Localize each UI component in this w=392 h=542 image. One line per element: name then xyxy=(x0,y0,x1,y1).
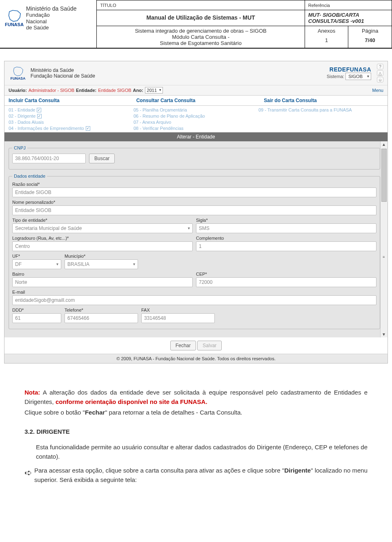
step-08[interactable]: 08 - Verificar Pendências xyxy=(134,126,258,131)
fechar-button[interactable]: Fechar xyxy=(170,341,196,350)
usuario-value: Administrador - SIGOB xyxy=(29,88,74,93)
logo-fund-2: Nacional xyxy=(26,18,77,25)
pagina-label: Página xyxy=(352,28,388,34)
sigla-label: Sigla* xyxy=(196,218,376,223)
logo-fund-1: Fundação xyxy=(26,12,77,18)
check-icon: ✓ xyxy=(37,114,42,118)
logo-ministerio: Ministério da Saúde xyxy=(26,5,77,12)
app-brand-fund: Fundação Nacional de Saúde xyxy=(31,73,95,79)
ano-select[interactable]: 2011 xyxy=(145,87,163,94)
check-icon: ✓ xyxy=(37,108,41,112)
form-scrollbar[interactable]: ▲ ≡ ▼ xyxy=(380,141,388,337)
bairro-input[interactable]: Norte xyxy=(12,277,193,287)
nota-text-3: " para retornar a tela de detalhes - Car… xyxy=(105,409,242,416)
app-window: FUNASA Ministério da Saúde Fundação Naci… xyxy=(4,61,388,364)
logradouro-input[interactable]: Centro xyxy=(12,241,193,251)
anexos-label: Anexos xyxy=(308,28,345,34)
menu-link[interactable]: Menu xyxy=(372,88,383,93)
fax-label: FAX xyxy=(141,308,215,312)
complemento-label: Complemento xyxy=(196,236,376,241)
cnpj-input[interactable]: 38.860.764/0001-20 xyxy=(12,154,86,163)
section-bar: Alterar - Entidade xyxy=(4,132,388,141)
razao-input[interactable]: Entidade SIGOB xyxy=(12,187,376,197)
user-bar: Usuário: Administrador - SIGOB Entidade:… xyxy=(4,85,388,95)
step-05[interactable]: 05 - Planilha Orçamentária xyxy=(134,107,258,112)
section-number: 3.2. DIRIGENTE xyxy=(24,427,368,437)
form-buttons: Fechar Salvar xyxy=(4,337,388,354)
logo-cell: FUNASA Ministério da Saúde Fundação Naci… xyxy=(0,0,97,49)
fax-input[interactable]: 33146548 xyxy=(141,313,215,323)
legend-dados: Dados entidade xyxy=(12,174,47,178)
complemento-input[interactable]: 1 xyxy=(196,241,376,251)
sistema-label: Sistema: xyxy=(327,74,344,79)
step-09[interactable]: 09 - Transmitir Carta Consulta para a FU… xyxy=(258,107,383,112)
razao-label: Razão social* xyxy=(12,182,376,187)
nota-text-2: Clique sobre o botão " xyxy=(24,409,85,416)
check-icon: ✓ xyxy=(86,126,90,131)
email-input[interactable]: entidadeSigob@gmaill.com xyxy=(12,295,376,305)
scroll-thumb[interactable] xyxy=(381,149,387,202)
sigla-input[interactable]: SMS xyxy=(196,223,376,233)
map-brazil-icon xyxy=(6,9,23,22)
user-icon[interactable]: ☺ xyxy=(377,77,383,83)
telefone-input[interactable]: 67465466 xyxy=(65,313,138,323)
step-01[interactable]: 01 - Entidade✓ xyxy=(9,107,134,112)
telefone-label: Telefone* xyxy=(65,308,138,312)
entidade-label: Entidade: xyxy=(76,88,96,93)
nav-sair[interactable]: Sair do Carta Consulta xyxy=(260,96,388,105)
map-brazil-icon xyxy=(11,66,25,76)
scroll-up-icon[interactable]: ▲ xyxy=(382,142,386,147)
manual-title: Manual de Utilização de Sistemas - MUT xyxy=(100,12,301,23)
cep-input[interactable]: 72000 xyxy=(196,277,376,287)
nav-consultar[interactable]: Consultar Carta Consulta xyxy=(132,96,260,105)
nav-row: Incluir Carta Consulta Consultar Carta C… xyxy=(4,95,388,106)
funasa-logo-app: FUNASA xyxy=(11,66,26,80)
nome-label: Nome personalizado* xyxy=(12,200,376,205)
bairro-label: Bairro xyxy=(12,272,193,277)
step-02[interactable]: 02 - Dirigente✓ xyxy=(9,114,134,118)
anexos-value: 1 xyxy=(308,37,345,43)
legend-cnpj: CNPJ xyxy=(12,145,27,150)
referencia-label: Referência xyxy=(308,3,330,8)
paragraph-1: Esta funcionalidade permite ao usuário c… xyxy=(36,443,368,461)
municipio-select[interactable]: BRASILIA xyxy=(65,259,138,269)
cep-label: CEP* xyxy=(196,272,376,277)
municipio-label: Município* xyxy=(65,254,138,259)
nota-label: Nota: xyxy=(24,389,40,396)
uf-select[interactable]: DF xyxy=(12,259,61,269)
pagina-value: 7/40 xyxy=(352,37,388,43)
funasa-label: FUNASA xyxy=(5,22,24,27)
footer-copyright: © 2009, FUNASA - Fundação Nacional de Sa… xyxy=(4,354,388,363)
nome-input[interactable]: Entidade SIGOB xyxy=(12,205,376,215)
subtitle-2: Módulo Carta Consulta - xyxy=(100,34,301,40)
sistema-select[interactable]: SIGOB xyxy=(345,73,371,80)
form-area: CNPJ 38.860.764/0001-20 Buscar Dados ent… xyxy=(4,141,388,337)
redefunasa-title: REDEFUNASA xyxy=(327,66,371,73)
fieldset-dados: Dados entidade Razão social* Entidade SI… xyxy=(9,174,380,329)
subtitle-3: Sistema de Esgotamento Sanitário xyxy=(100,40,301,46)
step-04[interactable]: 04 - Informações de Empreendimento✓ xyxy=(9,126,134,131)
buscar-button[interactable]: Buscar xyxy=(89,154,115,163)
p2-bold: Dirigente xyxy=(284,467,311,474)
alert-icon[interactable]: △ xyxy=(377,70,383,76)
fieldset-cnpj: CNPJ 38.860.764/0001-20 Buscar xyxy=(9,145,380,170)
nav-incluir[interactable]: Incluir Carta Consulta xyxy=(4,96,132,105)
hand-arrow-icon: ➪ xyxy=(24,466,32,484)
titulo-label: TÍTULO xyxy=(100,3,116,8)
salvar-button[interactable]: Salvar xyxy=(197,341,222,350)
tipo-select[interactable]: Secretaria Municipal de Saúde xyxy=(12,223,193,233)
scroll-tick: ≡ xyxy=(383,255,385,259)
email-label: E-mail xyxy=(12,290,376,294)
step-03[interactable]: 03 - Dados Aluais xyxy=(9,120,134,125)
entidade-value: Entidade SIGOB xyxy=(98,88,131,93)
step-07[interactable]: 07 - Anexa Arquivo xyxy=(134,120,258,125)
funasa-logo: FUNASA xyxy=(5,9,24,27)
ref-line2: CONSULTA/SES -v001 xyxy=(308,18,388,24)
app-brand-min: Ministério da Saúde xyxy=(31,67,95,73)
help-icon[interactable]: ? xyxy=(377,64,383,69)
section-title: Alterar - Entidade xyxy=(177,134,215,140)
scroll-down-icon[interactable]: ▼ xyxy=(382,332,386,337)
step-06[interactable]: 06 - Resumo de Plano de Aplicação xyxy=(134,114,258,118)
subtitle-1: Sistema integrado de gerenciamento de ob… xyxy=(100,28,301,34)
ddd-input[interactable]: 61 xyxy=(12,313,61,323)
